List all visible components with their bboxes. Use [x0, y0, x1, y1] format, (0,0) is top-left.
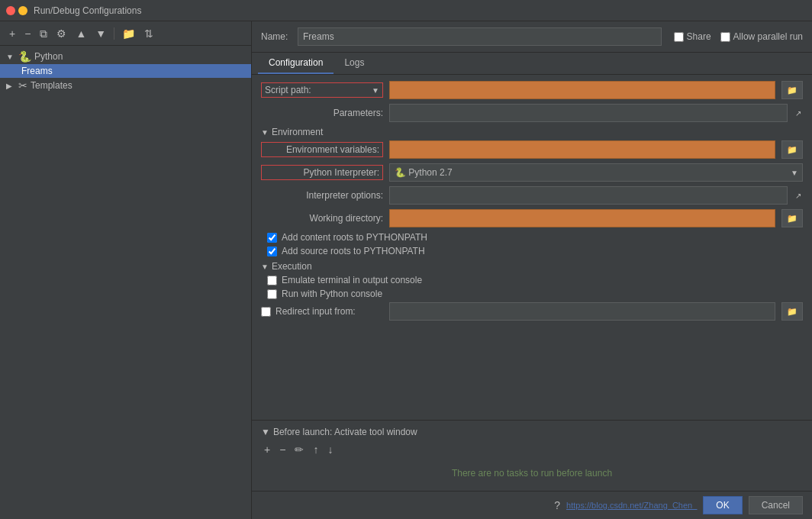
redirect-input-browse[interactable]: 📁 [781, 302, 803, 321]
script-path-label: Script path: [265, 85, 311, 95]
env-variables-row: Environment variables: 📁 [261, 140, 803, 159]
before-launch-add[interactable]: + [261, 442, 273, 457]
working-directory-browse[interactable]: 📁 [781, 209, 803, 227]
add-source-roots-checkbox[interactable] [267, 247, 277, 256]
execution-arrow[interactable]: ▼ [261, 263, 269, 271]
redirect-input-row: Redirect input from: 📁 [261, 302, 803, 321]
env-variables-label: Environment variables: [286, 144, 379, 155]
before-launch-remove[interactable]: − [276, 442, 288, 457]
help-button[interactable]: ? [554, 499, 560, 511]
share-checkbox[interactable] [674, 32, 684, 42]
folder-button[interactable]: 📁 [119, 27, 138, 40]
tab-configuration[interactable]: Configuration [258, 53, 334, 74]
redirect-input-group: Redirect input from: [261, 306, 383, 317]
script-path-label-box[interactable]: Script path: ▼ [261, 82, 383, 98]
interpreter-options-expand[interactable]: ↗ [794, 192, 803, 200]
before-launch-header: ▼ Before launch: Activate tool window [261, 427, 803, 437]
parallel-item: Allow parallel run [720, 31, 803, 42]
config-content: Script path: ▼ 📁 Parameters: ↗ ▼ Environ… [252, 75, 812, 420]
env-variables-label-box: Environment variables: [261, 142, 383, 157]
run-python-console-checkbox[interactable] [267, 289, 277, 299]
execution-label: Execution [272, 261, 312, 272]
before-launch-down[interactable]: ↓ [324, 442, 336, 457]
environment-label: Environment [272, 127, 323, 137]
script-path-browse[interactable]: 📁 [781, 81, 803, 99]
close-button[interactable] [6, 6, 15, 15]
sort-button[interactable]: ⇅ [141, 27, 156, 40]
python-interpreter-select-wrapper: 🐍 Python 2.7 ▼ [389, 163, 803, 182]
remove-config-button[interactable]: − [21, 27, 34, 40]
templates-icon: ✂ [18, 79, 27, 92]
add-source-roots-row: Add source roots to PYTHONPATH [261, 246, 803, 256]
window-title: Run/Debug Configurations [34, 5, 141, 16]
parallel-checkbox[interactable] [720, 32, 730, 42]
title-bar: Run/Debug Configurations [0, 0, 812, 21]
add-content-roots-label[interactable]: Add content roots to PYTHONPATH [282, 232, 427, 243]
name-row: Name: Share Allow parallel run [252, 21, 812, 53]
parameters-expand[interactable]: ↗ [794, 109, 803, 118]
redirect-input-checkbox[interactable] [261, 307, 271, 317]
script-path-row: Script path: ▼ 📁 [261, 81, 803, 99]
name-input[interactable] [298, 27, 662, 46]
python-group-arrow: ▼ [6, 53, 15, 61]
tree-freams-item[interactable]: Freams [0, 64, 251, 78]
down-button[interactable]: ▼ [92, 27, 109, 40]
emulate-terminal-label[interactable]: Emulate terminal in output console [282, 275, 422, 285]
python-interpreter-select[interactable]: 🐍 Python 2.7 [389, 163, 803, 182]
minimize-button[interactable] [18, 6, 27, 15]
share-area: Share Allow parallel run [674, 31, 803, 42]
share-item: Share [674, 31, 711, 42]
parameters-label: Parameters: [261, 108, 383, 118]
before-launch-arrow[interactable]: ▼ [261, 427, 270, 437]
python-interpreter-label-box: Python Interpreter: [261, 165, 383, 180]
name-label: Name: [261, 31, 292, 42]
environment-arrow[interactable]: ▼ [261, 128, 269, 137]
emulate-terminal-checkbox[interactable] [267, 276, 277, 285]
no-tasks-label: There are no tasks to run before launch [261, 462, 803, 485]
tree-templates-group[interactable]: ▶ ✂ Templates [0, 78, 251, 93]
env-variables-input[interactable] [389, 140, 775, 159]
templates-label: Templates [31, 80, 72, 91]
interpreter-options-row: Interpreter options: ↗ [261, 186, 803, 205]
redirect-input-label[interactable]: Redirect input from: [276, 306, 356, 317]
environment-section: ▼ Environment [261, 127, 803, 137]
window-controls[interactable] [6, 6, 27, 15]
ok-button[interactable]: OK [703, 496, 742, 514]
copy-config-button[interactable]: ⧉ [37, 27, 50, 40]
before-launch-up[interactable]: ↑ [310, 442, 321, 457]
left-toolbar: + − ⧉ ⚙ ▲ ▼ 📁 ⇅ [0, 21, 251, 46]
add-source-roots-label[interactable]: Add source roots to PYTHONPATH [282, 246, 425, 256]
execution-section: ▼ Execution [261, 261, 803, 272]
python-interpreter-row: Python Interpreter: 🐍 Python 2.7 ▼ [261, 163, 803, 182]
run-python-console-label[interactable]: Run with Python console [282, 289, 382, 299]
parameters-input[interactable] [389, 104, 788, 122]
interpreter-options-input[interactable] [389, 186, 788, 205]
up-button[interactable]: ▲ [72, 27, 89, 40]
redirect-input-field[interactable] [389, 302, 775, 321]
working-directory-label: Working directory: [261, 213, 383, 224]
working-directory-row: Working directory: 📁 [261, 209, 803, 227]
tree-python-group[interactable]: ▼ 🐍 Python [0, 49, 251, 64]
tab-logs[interactable]: Logs [334, 53, 375, 74]
watermark-link: https://blog.csdn.net/Zhang_Chen_ [566, 501, 697, 510]
emulate-terminal-row: Emulate terminal in output console [261, 275, 803, 285]
templates-arrow: ▶ [6, 82, 15, 90]
env-variables-browse[interactable]: 📁 [781, 140, 803, 159]
add-content-roots-checkbox[interactable] [267, 233, 277, 243]
parallel-label[interactable]: Allow parallel run [733, 31, 803, 42]
script-path-input[interactable] [389, 81, 775, 99]
right-panel: Name: Share Allow parallel run Configura… [252, 21, 812, 519]
add-config-button[interactable]: + [6, 27, 18, 40]
tabs-row: Configuration Logs [252, 53, 812, 75]
interpreter-options-label: Interpreter options: [261, 190, 383, 201]
share-label[interactable]: Share [687, 31, 711, 42]
script-path-dropdown-arrow: ▼ [372, 86, 379, 95]
python-icon: 🐍 [18, 50, 31, 63]
settings-button[interactable]: ⚙ [53, 27, 69, 40]
cancel-button[interactable]: Cancel [749, 496, 803, 514]
before-launch-label: Before launch: Activate tool window [273, 427, 417, 437]
before-launch-edit[interactable]: ✏ [292, 442, 307, 457]
working-directory-input[interactable] [389, 209, 775, 227]
before-launch-section: ▼ Before launch: Activate tool window + … [252, 420, 812, 491]
left-panel: + − ⧉ ⚙ ▲ ▼ 📁 ⇅ ▼ 🐍 Python Freams ▶ [0, 21, 252, 519]
